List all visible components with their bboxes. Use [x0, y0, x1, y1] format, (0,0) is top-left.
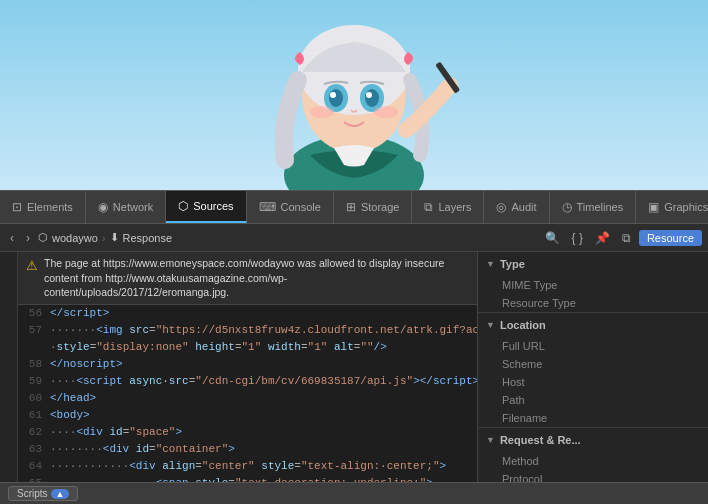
code-line-57: 57 ·······<img src="https://d5nxst8fruw4… — [18, 322, 477, 339]
scripts-badge: ▲ — [51, 489, 70, 499]
svg-point-9 — [366, 92, 372, 98]
code-line-64: 64 ············<div align="center" style… — [18, 458, 477, 475]
sources-icon: ⬡ — [178, 199, 188, 213]
location-chevron: ▼ — [486, 320, 495, 330]
svg-point-7 — [365, 89, 379, 107]
layers-icon: ⧉ — [424, 200, 433, 214]
storage-icon: ⊞ — [346, 200, 356, 214]
tab-elements[interactable]: ⊡ Elements — [0, 191, 86, 223]
filename-row: Filename — [478, 409, 708, 427]
network-icon: ◉ — [98, 200, 108, 214]
tab-graphics[interactable]: ▣ Graphics — [636, 191, 708, 223]
request-section: ▼ Request & Re... Method Protocol — [478, 428, 708, 482]
code-line-65: 65 ················<span style="text-dec… — [18, 475, 477, 482]
code-line-59: 59 ····<script async·src="/cdn-cgi/bm/cv… — [18, 373, 477, 390]
breadcrumb: ⬡ wodaywo › ⬇ Response — [38, 231, 537, 244]
scheme-row: Scheme — [478, 355, 708, 373]
warning-bar: ⚠ The page at https://www.emoneyspace.co… — [18, 252, 477, 305]
resource-button[interactable]: Resource — [639, 230, 702, 246]
path-row: Path — [478, 391, 708, 409]
mime-type-row: MIME Type — [478, 276, 708, 294]
tab-audit[interactable]: ◎ Audit — [484, 191, 549, 223]
back-icon: ‹ — [10, 231, 14, 245]
right-panel: ▼ Type MIME Type Resource Type ▼ Locatio… — [478, 252, 708, 482]
search-icon: 🔍 — [545, 231, 560, 245]
sources-toolbar: ‹ › ⬡ wodaywo › ⬇ Response 🔍 { } 📌 ⧉ Res… — [0, 224, 708, 252]
elements-icon: ⊡ — [12, 200, 22, 214]
host-row: Host — [478, 373, 708, 391]
request-chevron: ▼ — [486, 435, 495, 445]
code-line-61: 61 <body> — [18, 407, 477, 424]
audit-icon: ◎ — [496, 200, 506, 214]
code-line-56: 56 </script> — [18, 305, 477, 322]
code-line-58: 58 </noscript> — [18, 356, 477, 373]
code-line-63: 63 ········<div id="container"> — [18, 441, 477, 458]
full-url-row: Full URL — [478, 337, 708, 355]
location-section-header[interactable]: ▼ Location — [478, 313, 708, 337]
code-line-62: 62 ····<div id="space"> — [18, 424, 477, 441]
warning-text: The page at https://www.emoneyspace.com/… — [44, 256, 469, 300]
scripts-label: Scripts — [17, 488, 48, 499]
timelines-icon: ◷ — [562, 200, 572, 214]
request-section-header[interactable]: ▼ Request & Re... — [478, 428, 708, 452]
left-sidebar-strip — [0, 252, 18, 482]
pin-button[interactable]: 📌 — [591, 229, 614, 247]
tab-layers[interactable]: ⧉ Layers — [412, 191, 484, 223]
svg-point-11 — [374, 106, 398, 118]
tab-timelines[interactable]: ◷ Timelines — [550, 191, 637, 223]
tab-console[interactable]: ⌨ Console — [247, 191, 334, 223]
code-line-57b: ·style="display:none" height="1" width="… — [18, 339, 477, 356]
forward-button[interactable]: › — [22, 229, 34, 247]
breadcrumb-icon: ⬡ — [38, 231, 48, 244]
type-chevron: ▼ — [486, 259, 495, 269]
preview-image — [0, 0, 708, 190]
tab-sources[interactable]: ⬡ Sources — [166, 191, 246, 223]
svg-point-10 — [310, 106, 334, 118]
devtools-tabbar: ⊡ Elements ◉ Network ⬡ Sources ⌨ Console… — [0, 190, 708, 224]
location-section: ▼ Location Full URL Scheme Host Path Fil… — [478, 313, 708, 428]
console-icon: ⌨ — [259, 200, 276, 214]
protocol-row: Protocol — [478, 470, 708, 482]
type-section: ▼ Type MIME Type Resource Type — [478, 252, 708, 313]
graphics-icon: ▣ — [648, 200, 659, 214]
main-area: ⚠ The page at https://www.emoneyspace.co… — [0, 252, 708, 482]
tab-storage[interactable]: ⊞ Storage — [334, 191, 413, 223]
bottom-bar: Scripts ▲ — [0, 482, 708, 504]
resource-type-row: Resource Type — [478, 294, 708, 312]
svg-point-6 — [329, 89, 343, 107]
code-viewer[interactable]: 56 </script> 57 ·······<img src="https:/… — [18, 305, 477, 482]
code-line-60: 60 </head> — [18, 390, 477, 407]
search-button[interactable]: 🔍 — [541, 229, 564, 247]
copy-button[interactable]: ⧉ — [618, 229, 635, 247]
format-button[interactable]: { } — [568, 229, 587, 247]
breadcrumb-separator: › — [102, 232, 106, 244]
warning-icon: ⚠ — [26, 257, 38, 275]
response-download-icon: ⬇ — [110, 231, 119, 244]
svg-point-8 — [330, 92, 336, 98]
type-section-header[interactable]: ▼ Type — [478, 252, 708, 276]
method-row: Method — [478, 452, 708, 470]
code-panel: ⚠ The page at https://www.emoneyspace.co… — [18, 252, 478, 482]
tab-network[interactable]: ◉ Network — [86, 191, 166, 223]
toolbar-actions: 🔍 { } 📌 ⧉ Resource — [541, 229, 702, 247]
back-button[interactable]: ‹ — [6, 229, 18, 247]
forward-icon: › — [26, 231, 30, 245]
scripts-button[interactable]: Scripts ▲ — [8, 486, 78, 501]
